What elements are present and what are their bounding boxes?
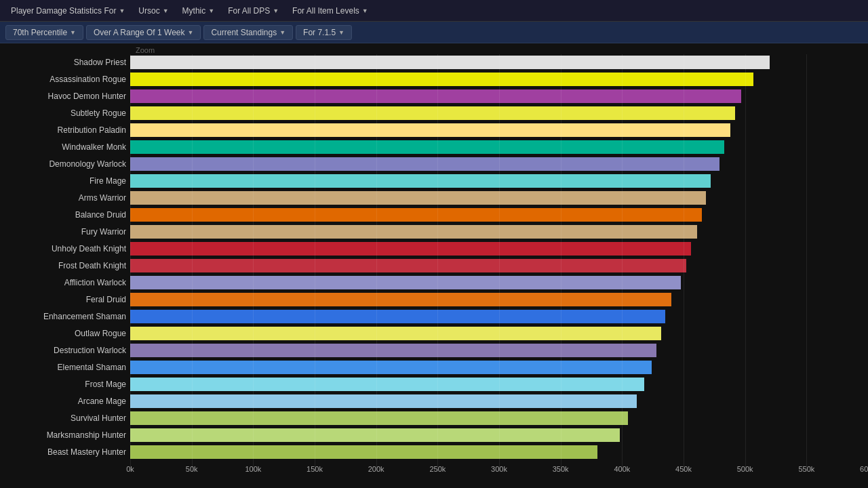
bar [130, 106, 735, 120]
chart-row: Beast Mastery Hunter [0, 444, 868, 460]
nav-stat-type[interactable]: Player Damage Statistics For ▼ [5, 3, 130, 18]
bar [130, 276, 681, 289]
standings-btn[interactable]: Current Standings ▼ [203, 25, 293, 40]
nav-difficulty[interactable]: Mythic ▼ [177, 3, 220, 18]
bar-label: Frost Mage [0, 380, 130, 389]
x-axis-label: 100k [245, 465, 261, 473]
bar [130, 89, 741, 103]
bar-label: Marksmanship Hunter [0, 430, 130, 440]
bar-container [130, 378, 868, 391]
percentile-btn[interactable]: 70th Percentile ▼ [5, 25, 83, 40]
bar [130, 157, 719, 171]
bar-container [130, 445, 868, 459]
chart-row: Subtlety Rogue [0, 105, 868, 121]
bar-label: Fire Mage [0, 176, 130, 186]
bar-container [130, 89, 868, 103]
bar [130, 174, 711, 188]
bar-container [130, 73, 868, 86]
second-nav: 70th Percentile ▼ Over A Range Of 1 Week… [0, 22, 868, 43]
bar-label: Elemental Shaman [0, 363, 130, 372]
bar-label: Feral Druid [0, 295, 130, 304]
bar [130, 140, 724, 154]
bar-label: Frost Death Knight [0, 261, 130, 270]
bar-label: Retribution Paladin [0, 125, 130, 135]
timerange-btn[interactable]: Over A Range Of 1 Week ▼ [86, 25, 201, 40]
bar [130, 394, 637, 408]
chart-row: Affliction Warlock [0, 274, 868, 291]
bar-label: Windwalker Monk [0, 142, 130, 152]
bar [130, 208, 702, 222]
bar-container [130, 140, 868, 154]
chart-row: Marksmanship Hunter [0, 427, 868, 443]
bar-label: Affliction Warlock [0, 278, 130, 287]
bar-label: Demonology Warlock [0, 159, 130, 169]
bar-label: Destruction Warlock [0, 346, 130, 355]
bar-label: Havoc Demon Hunter [0, 92, 130, 101]
chart-row: Windwalker Monk [0, 139, 868, 155]
bar [130, 293, 671, 306]
x-axis-label: 550k [798, 465, 814, 473]
bar [130, 225, 697, 239]
chart-row: Outlaw Rogue [0, 325, 868, 342]
chart-row: Fury Warrior [0, 224, 868, 240]
difficulty-arrow: ▼ [208, 7, 214, 14]
nav-boss[interactable]: Ursoc ▼ [133, 3, 174, 18]
bar-label: Arcane Mage [0, 396, 130, 406]
bar-container [130, 411, 868, 425]
bar [130, 310, 665, 323]
zoom-label: Zoom [136, 46, 155, 54]
ilvl-arrow: ▼ [362, 7, 368, 14]
bar-container [130, 106, 868, 120]
x-axis-label: 400k [614, 465, 630, 473]
chart-row: Survival Hunter [0, 410, 868, 426]
chart-row: Arcane Mage [0, 393, 868, 409]
bar-container [130, 394, 868, 408]
chart-row: Enhancement Shaman [0, 308, 868, 325]
chart-row: Arms Warrior [0, 190, 868, 206]
x-axis-label: 50k [186, 465, 198, 473]
bar [130, 445, 597, 459]
stat-type-arrow: ▼ [119, 7, 125, 14]
chart-row: Havoc Demon Hunter [0, 88, 868, 104]
chart-row: Destruction Warlock [0, 342, 868, 359]
patch-arrow: ▼ [338, 29, 344, 36]
bar-label: Enhancement Shaman [0, 312, 130, 321]
bar-container [130, 56, 868, 69]
patch-btn[interactable]: For 7.1.5 ▼ [296, 25, 352, 40]
bar [130, 242, 691, 256]
bar-container [130, 123, 868, 137]
bar-container [130, 157, 868, 171]
bar [130, 344, 656, 357]
bar-label: Balance Druid [0, 210, 130, 220]
bar [130, 259, 686, 272]
role-arrow: ▼ [273, 7, 279, 14]
bar-label: Beast Mastery Hunter [0, 447, 130, 457]
bar-container [130, 293, 868, 306]
top-nav: Player Damage Statistics For ▼ Ursoc ▼ M… [0, 0, 868, 22]
bar [130, 56, 770, 69]
bar [130, 73, 753, 86]
percentile-arrow: ▼ [70, 29, 76, 36]
x-axis-label: 500k [737, 465, 753, 473]
bar-container [130, 327, 868, 340]
bar [130, 361, 652, 374]
chart-row: Feral Druid [0, 291, 868, 308]
chart-container: Zoom Shadow PriestAssassination RogueHav… [0, 43, 868, 488]
bar [130, 191, 706, 205]
timerange-arrow: ▼ [188, 29, 194, 36]
chart-row: Frost Death Knight [0, 258, 868, 274]
x-axis: 0k50k100k150k200k250k300k350k400k450k500… [0, 461, 868, 477]
bar-container [130, 310, 868, 323]
chart-inner: Shadow PriestAssassination RogueHavoc De… [0, 43, 868, 461]
bar-label: Assassination Rogue [0, 75, 130, 84]
bar-label: Fury Warrior [0, 227, 130, 237]
bar-container [130, 428, 868, 442]
bar [130, 327, 661, 340]
bar [130, 428, 620, 442]
nav-role[interactable]: For All DPS ▼ [222, 3, 284, 18]
chart-row: Unholy Death Knight [0, 241, 868, 257]
nav-ilvl[interactable]: For All Item Levels ▼ [287, 3, 374, 18]
boss-arrow: ▼ [163, 7, 169, 14]
chart-row: Balance Druid [0, 207, 868, 223]
bar-container [130, 259, 868, 272]
